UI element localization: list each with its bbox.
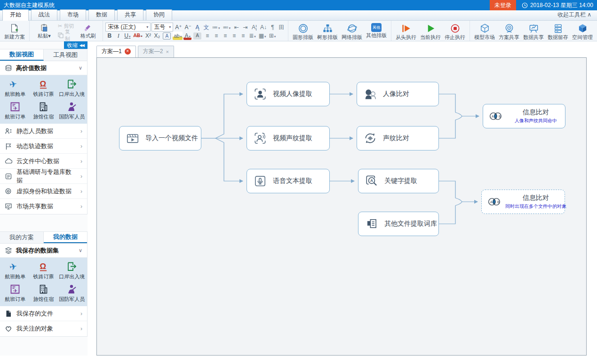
node-voiceprint-compare[interactable]: 声纹比对 xyxy=(357,126,439,150)
dataset-hotel[interactable]: 旅馆住宿 xyxy=(29,100,57,121)
node-speech-text-extract[interactable]: 语音文本提取 xyxy=(247,169,330,193)
run-current-button[interactable]: 当前执行 xyxy=(418,22,443,40)
font-size-select[interactable]: 五号▾ xyxy=(151,23,173,32)
line-spacing-button[interactable]: ≣▾ xyxy=(248,32,257,40)
insert-table-button[interactable]: 田 xyxy=(278,23,286,32)
doc-tab-plan2[interactable]: 方案—2 × xyxy=(138,46,174,57)
data-retention-button[interactable]: 数据留存 xyxy=(546,22,570,40)
section-high-value-data[interactable]: 高价值数据 ∨ xyxy=(0,61,87,75)
pinyin-guide-button[interactable]: Ą xyxy=(193,23,201,32)
menu-tab-share[interactable]: 共享 xyxy=(117,9,143,20)
network-layout-button[interactable]: 网络排版 xyxy=(340,22,364,40)
highlight-button[interactable]: ab▾ xyxy=(173,32,183,40)
numbered-list-button[interactable]: ≕▾ xyxy=(222,23,231,32)
close-tab-icon[interactable]: × xyxy=(125,48,131,55)
superscript-button[interactable]: X² xyxy=(144,32,152,40)
menu-tab-start[interactable]: 开始 xyxy=(2,9,29,21)
align-left-button[interactable]: ≡ xyxy=(203,32,211,40)
dataset-flight-manifest[interactable]: ✈ 航班舱单 xyxy=(1,260,29,281)
bold-button[interactable]: B xyxy=(105,32,113,40)
dataset-railway-ticket[interactable]: Ω 铁路订票 xyxy=(29,78,57,99)
dataset-military-personnel[interactable]: 国防军人员 xyxy=(58,100,86,121)
node-keyword-extract[interactable]: A 关键字提取 xyxy=(358,169,439,193)
menu-tab-data[interactable]: 数据 xyxy=(88,9,115,20)
sort-button[interactable]: A↓ xyxy=(259,23,268,32)
list-item-static-personnel[interactable]: 静态人员数据 › xyxy=(0,124,87,139)
other-layout-button[interactable]: 其他 其他排版 xyxy=(364,22,389,40)
format-painter-button[interactable]: 格式刷 xyxy=(76,22,100,40)
character-shading-button[interactable]: A xyxy=(193,32,201,40)
list-item-dynamic-track[interactable]: 动态轨迹数据 › xyxy=(0,139,87,154)
menu-tab-collab[interactable]: 协同 xyxy=(146,9,172,20)
underline-button[interactable]: U▾ xyxy=(123,32,131,40)
subscript-button[interactable]: X₂ xyxy=(153,32,161,40)
italic-button[interactable]: I xyxy=(114,32,122,40)
run-from-start-button[interactable]: 从头执行 xyxy=(394,22,418,40)
tree-layout-button[interactable]: 树形排版 xyxy=(315,22,340,40)
circle-layout-button[interactable]: 圆形排版 xyxy=(291,22,315,40)
space-management-button[interactable]: 空间管理 xyxy=(570,22,595,40)
shrink-font-button[interactable]: A⁻ xyxy=(184,23,192,32)
character-border-button[interactable]: A xyxy=(163,32,171,40)
dataset-military-personnel[interactable]: 国防军人员 xyxy=(58,283,86,304)
data-share-button[interactable]: 数据共享 xyxy=(521,22,546,40)
node-info-compare-1[interactable]: AB 信息比对 人像和声纹共同命中 xyxy=(483,104,565,128)
dataset-railway-ticket[interactable]: Ω 铁路订票 xyxy=(29,260,57,281)
font-family-select[interactable]: 宋体 (正文)▾ xyxy=(105,23,151,32)
change-case-button[interactable]: 文 xyxy=(202,23,210,32)
align-justify-button[interactable]: ≡ xyxy=(230,32,238,40)
strikethrough-button[interactable]: AB▾ xyxy=(132,32,143,40)
list-item-my-files[interactable]: 我保存的文件 › xyxy=(0,306,87,321)
plan-share-button[interactable]: 方案共享 xyxy=(497,22,521,40)
node-other-files-lexicon[interactable]: 其他文件提取词库 xyxy=(358,212,439,236)
outdent-button[interactable]: ⇤ xyxy=(232,23,240,32)
tab-data-view[interactable]: 数据视图 xyxy=(0,49,44,61)
dataset-port-entry[interactable]: 口岸出入境 xyxy=(58,78,86,99)
dataset-flight-order[interactable]: ✈ 航班订单 xyxy=(1,100,29,121)
node-video-voiceprint-extract[interactable]: 视频声纹提取 xyxy=(247,126,330,150)
section-my-datasets[interactable]: 我保存的数据集 ∨ xyxy=(0,244,87,258)
align-center-button[interactable]: ≡ xyxy=(212,32,220,40)
node-face-compare[interactable]: 人像比对 xyxy=(357,82,439,106)
font-color-button[interactable]: A▾ xyxy=(183,32,191,40)
borders-button[interactable]: ⊞▾ xyxy=(268,32,277,40)
list-item-virtual-identity[interactable]: 虚拟身份和轨迹数据 › xyxy=(0,184,87,199)
chevron-down-icon: ∨ xyxy=(79,65,82,71)
dataset-hotel[interactable]: 旅馆住宿 xyxy=(29,283,57,304)
indent-button[interactable]: ⇥ xyxy=(241,23,249,32)
flowchart-canvas[interactable]: 导入一个视频文件 视频人像提取 视频声纹提取 语音文本提取 人像比对 xyxy=(96,57,587,356)
distribute-button[interactable]: ≡ xyxy=(239,32,247,40)
dataset-flight-manifest[interactable]: ✈ 航班舱单 xyxy=(1,78,29,99)
menu-tab-market[interactable]: 市场 xyxy=(60,9,86,20)
char-scale-button[interactable]: A¦ xyxy=(250,23,258,32)
node-info-compare-2[interactable]: AB 信息比对 同时出现在多个文件中的对象 xyxy=(481,190,565,214)
menu-tab-tactics[interactable]: 战法 xyxy=(31,9,57,20)
stop-execution-button[interactable]: 停止执行 xyxy=(443,22,467,40)
tab-my-plans[interactable]: 我的方案 xyxy=(0,232,44,243)
tab-my-data[interactable]: 我的数据 xyxy=(44,232,87,243)
login-status-badge[interactable]: 未登录 xyxy=(490,0,516,10)
list-item-research-library[interactable]: 基础调研与专题库数据 › xyxy=(0,169,87,184)
close-tab-icon[interactable]: × xyxy=(166,49,168,55)
dataset-flight-order[interactable]: ✈ 航班订单 xyxy=(1,283,29,304)
sidebar-collapse-button[interactable]: 收缩 ◀◀ xyxy=(64,41,88,49)
node-import-video[interactable]: 导入一个视频文件 xyxy=(119,126,201,150)
bullet-list-button[interactable]: ≔▾ xyxy=(211,23,221,32)
database-icon xyxy=(5,64,12,72)
paragraph-mark-button[interactable]: ¶ xyxy=(269,23,277,32)
collapse-toolbar-button[interactable]: 收起工具栏 ∧ xyxy=(552,11,597,20)
list-item-cloud-file[interactable]: 云文件中心数据 › xyxy=(0,154,87,169)
node-video-face-extract[interactable]: 视频人像提取 xyxy=(247,82,330,106)
list-item-followed-objects[interactable]: 我关注的对象 › xyxy=(0,321,87,336)
tab-tool-view[interactable]: 工具视图 xyxy=(44,49,87,61)
model-market-button[interactable]: 模型市场 xyxy=(472,22,497,40)
dataset-port-entry[interactable]: 口岸出入境 xyxy=(58,260,86,281)
new-plan-button[interactable]: 新建方案 xyxy=(2,22,27,40)
doc-tab-plan1[interactable]: 方案—1 × xyxy=(96,46,136,57)
align-right-button[interactable]: ≡ xyxy=(221,32,229,40)
copy-button[interactable]: 复制 xyxy=(56,31,76,40)
list-item-market-shared[interactable]: 市场共享数据 › xyxy=(0,199,87,214)
shading-button[interactable]: ▦▾ xyxy=(258,32,267,40)
grow-font-button[interactable]: A⁺ xyxy=(174,23,183,32)
paste-button[interactable]: 粘贴▾ xyxy=(32,22,56,40)
